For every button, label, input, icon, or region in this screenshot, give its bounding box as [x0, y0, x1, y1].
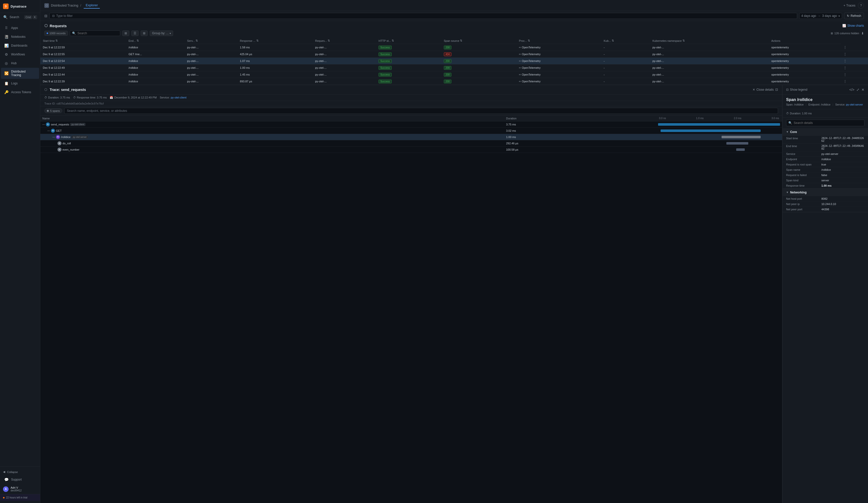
cell-response-time: 425.04 μs — [237, 51, 312, 57]
group-by-button[interactable]: Group by: ... ▾ — [150, 31, 173, 36]
section-icon: ⬡ — [44, 3, 49, 8]
span-collapse-icon[interactable]: — — [48, 129, 50, 132]
cell-start-time: Dec 9 at 12:22:44 — [40, 71, 126, 78]
service-meta: Service: py-otel-client — [160, 96, 186, 99]
span-row[interactable]: — G GET 3.02 ms — [40, 127, 782, 134]
grid-view-button[interactable]: ⊞ — [141, 31, 148, 36]
span-duration-cell: 1.00 ms — [504, 134, 656, 140]
col-response-time[interactable]: Response ... ⇅ — [237, 38, 312, 44]
requests-panel: ⬡ Requests 📈 Show charts 1000 records 🔍 — [40, 21, 868, 85]
cell-start-time: Dec 9 at 12:22:39 — [40, 78, 126, 85]
list-view-button[interactable]: ☰ — [131, 31, 138, 36]
row-actions-button[interactable]: ⋮ — [843, 45, 847, 49]
col-actions: Actions — [769, 38, 841, 44]
col-span-source[interactable]: Span source ⇅ — [441, 38, 516, 44]
download-button[interactable]: ⬇ — [861, 31, 864, 35]
span-detail-header: ⊡ Show legend </> ⤢ ✕ — [783, 85, 868, 94]
close-span-icon[interactable]: ✕ — [861, 88, 865, 92]
span-bar — [661, 129, 761, 132]
filter-input[interactable] — [56, 14, 794, 18]
timeline-mark-3: 3.0 ms — [772, 117, 779, 120]
networking-section-header[interactable]: ▼ Networking — [783, 189, 868, 196]
col-start-time[interactable]: Start time ⇅ — [40, 38, 126, 44]
search-box[interactable]: 🔍 — [70, 31, 120, 36]
col-kube[interactable]: Kub... ⇅ — [601, 38, 650, 44]
show-charts-button[interactable]: 📈 Show charts — [842, 24, 864, 28]
row-actions-button[interactable]: ⋮ — [843, 73, 847, 76]
col-http-status[interactable]: HTTP st... ⇅ — [376, 38, 441, 44]
sidebar-item-hub[interactable]: ◎ Hub — [1, 59, 39, 67]
span-collapse-icon[interactable]: — — [52, 136, 55, 138]
cell-start-time: Dec 9 at 12:22:49 — [40, 64, 126, 71]
service-link[interactable]: py-otel-client — [170, 96, 186, 99]
cell-service: py-otel-... — [185, 64, 237, 71]
span-name-cell: — S send_requests py-otel-client — [40, 121, 504, 127]
span-service-link[interactable]: py-otel-server — [846, 103, 863, 106]
trace-id-text: Trace ID: cd07b1afebb65ab0a9a2e8e3c97e76… — [44, 102, 104, 105]
help-button[interactable]: ? — [858, 2, 864, 9]
row-actions-button[interactable]: ⋮ — [843, 79, 847, 83]
tab-explorer[interactable]: Explorer — [84, 2, 100, 9]
detail-val: 8082 — [822, 197, 827, 200]
span-collapse-icon[interactable]: — — [42, 123, 45, 126]
table-header-row: Start time ⇅ End... ⇅ Serv... ⇅ Response… — [40, 38, 868, 44]
span-search-box[interactable]: 🔍 — [786, 120, 865, 126]
cell-request: py-otel-... — [312, 51, 376, 57]
show-legend-button[interactable]: ⊡ Show legend — [786, 88, 807, 92]
core-section-header[interactable]: ▼ Core — [783, 128, 868, 136]
col-request[interactable]: Reques... ⇅ — [312, 38, 376, 44]
table-row[interactable]: Dec 9 at 12:22:39 /rolldice py-otel-... … — [40, 78, 868, 85]
code-view-icon[interactable]: </> — [849, 88, 854, 92]
sidebar-item-notebooks[interactable]: 📓 Notebooks — [1, 32, 39, 41]
requests-header: ⬡ Requests 📈 Show charts — [40, 21, 868, 30]
row-actions-button[interactable]: ⋮ — [843, 66, 847, 70]
span-row[interactable]: — R /rolldice py-otel-server 1.00 ms — [40, 134, 782, 140]
table-row[interactable]: Dec 9 at 12:22:59 /rolldice py-otel-... … — [40, 44, 868, 51]
sidebar-item-support[interactable]: 💬 Support — [1, 475, 39, 484]
maximize-icon[interactable]: ⊡ — [775, 88, 778, 92]
table-row[interactable]: Dec 9 at 12:22:49 /rolldice py-otel-... … — [40, 64, 868, 71]
row-actions-button[interactable]: ⋮ — [843, 52, 847, 56]
expand-icon[interactable]: ⤢ — [856, 88, 859, 92]
search-trigger[interactable]: 🔍 Search Cmd K — [0, 13, 40, 21]
dashboards-icon: 📊 — [4, 43, 9, 48]
spans-search-input[interactable] — [64, 108, 778, 114]
sidebar-item-distributed-tracing[interactable]: 🔀 Distributed Tracing — [1, 68, 39, 79]
filter-input-container[interactable]: ⊟ — [49, 13, 797, 19]
col-service[interactable]: Serv... ⇅ — [185, 38, 237, 44]
table-row[interactable]: Dec 9 at 12:22:44 /rolldice py-otel-... … — [40, 71, 868, 78]
refresh-button[interactable]: ↻ Refresh — [844, 13, 864, 19]
close-details-button[interactable]: ✕ Close details — [753, 88, 774, 92]
requests-table-body: Dec 9 at 12:22:59 /rolldice py-otel-... … — [40, 44, 868, 85]
span-name-cell: d do_roll — [40, 140, 504, 146]
group-by-chevron: ▾ — [169, 32, 171, 35]
cell-request: py-otel-... — [312, 44, 376, 51]
copy-button[interactable]: ⊞ — [122, 31, 129, 36]
user-profile[interactable]: A Adri V des99412 — [0, 484, 40, 494]
row-actions-button[interactable]: ⋮ — [843, 59, 847, 63]
col-namespace[interactable]: Kubernetes namespace ⇅ — [650, 38, 769, 44]
sidebar-item-apps[interactable]: ⠿ Apps — [1, 24, 39, 32]
traces-button[interactable]: + Traces — [844, 4, 855, 7]
span-search-input[interactable] — [794, 121, 862, 125]
cell-service: py-otel-... — [185, 51, 237, 57]
trace-id: Trace ID: cd07b1afebb65ab0a9a2e8e3c97e76… — [40, 101, 782, 106]
col-endpoint[interactable]: End... ⇅ — [126, 38, 185, 44]
cell-http-status: Success — [376, 71, 441, 78]
span-row[interactable]: d do_roll 292.46 μs — [40, 140, 782, 146]
span-row[interactable]: e even_number 100.58 μs — [40, 146, 782, 153]
sidebar-item-access-tokens[interactable]: 🔑 Access Tokens — [1, 88, 39, 96]
table-row[interactable]: Dec 9 at 12:22:54 /rolldice py-otel-... … — [40, 57, 868, 64]
cell-span-source: ✏ OpenTelemetry — [516, 51, 601, 57]
sidebar-item-dashboards[interactable]: 📊 Dashboards — [1, 41, 39, 50]
traces-label: Traces — [846, 4, 855, 7]
table-row[interactable]: Dec 9 at 12:22:55 GET /me... py-otel-...… — [40, 51, 868, 57]
sidebar-item-workflows[interactable]: ⚙ Workflows — [1, 50, 39, 59]
span-row[interactable]: — S send_requests py-otel-client 3.75 ms — [40, 121, 782, 127]
time-range-selector[interactable]: 4 days ago → 3 days ago ▾ — [799, 13, 842, 19]
col-process[interactable]: Proc... ⇅ — [516, 38, 601, 44]
collapse-button[interactable]: ◀ Collapse — [0, 469, 40, 475]
sidebar-item-logs[interactable]: 📋 Logs — [1, 79, 39, 88]
search-input[interactable] — [78, 31, 115, 35]
toolbar: 1000 records 🔍 ⊞ ☰ ⊞ Group by: ... ▾ — [40, 30, 868, 38]
